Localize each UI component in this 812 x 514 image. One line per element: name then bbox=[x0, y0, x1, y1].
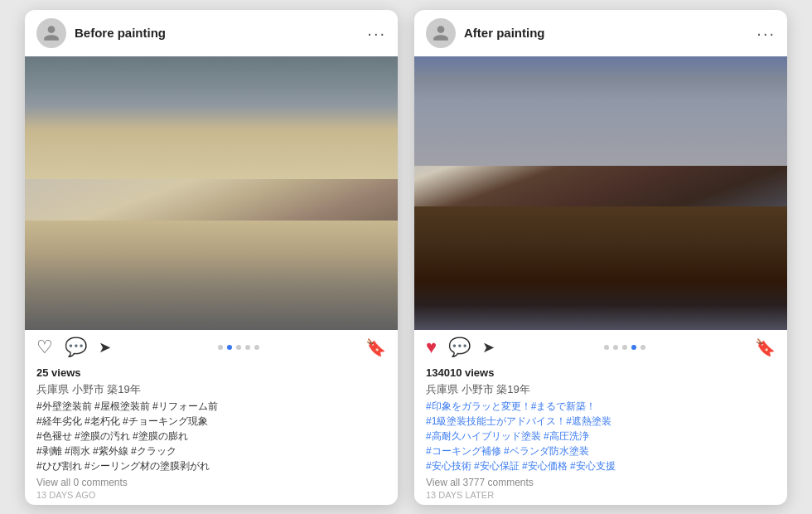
before-dot-3 bbox=[236, 345, 241, 350]
before-hashtags: #外壁塗装前 #屋根塗装前 #リフォーム前 #経年劣化 #老朽化 #チョーキング… bbox=[36, 399, 386, 473]
after-dot-2 bbox=[613, 345, 618, 350]
after-dot-4 bbox=[631, 345, 636, 350]
before-comment-icon[interactable]: 💬 bbox=[65, 337, 87, 358]
before-username: Before painting bbox=[75, 26, 166, 40]
after-post-image bbox=[414, 56, 787, 330]
before-header-left: Before painting bbox=[36, 18, 166, 48]
after-dots bbox=[506, 345, 743, 350]
before-dot-2 bbox=[227, 345, 232, 350]
after-time: 13 DAYS LATER bbox=[426, 490, 776, 500]
before-time: 13 DAYS AGO bbox=[36, 490, 386, 500]
before-more-button[interactable]: ··· bbox=[367, 25, 386, 41]
after-bookmark-icon[interactable]: 🔖 bbox=[755, 337, 776, 357]
before-actions: ♡ 💬 ➤ 🔖 bbox=[25, 330, 398, 365]
before-bookmark-icon[interactable]: 🔖 bbox=[365, 337, 386, 357]
before-location: 兵庫県 小野市 築19年 bbox=[36, 382, 386, 397]
after-comment-icon[interactable]: 💬 bbox=[448, 337, 471, 358]
after-comments-link[interactable]: View all 3777 comments bbox=[426, 477, 776, 488]
before-card-header: Before painting ··· bbox=[25, 10, 398, 56]
after-location: 兵庫県 小野市 築19年 bbox=[426, 382, 776, 397]
cards-container: Before painting ··· ♡ 💬 ➤ 🔖 25 views 兵庫県… bbox=[8, 0, 804, 514]
after-avatar bbox=[426, 18, 456, 48]
before-card: Before painting ··· ♡ 💬 ➤ 🔖 25 views 兵庫県… bbox=[25, 10, 398, 505]
before-house-image bbox=[25, 56, 398, 330]
before-dot-1 bbox=[218, 345, 223, 350]
after-username: After painting bbox=[464, 26, 545, 40]
after-more-button[interactable]: ··· bbox=[756, 25, 776, 41]
after-dot-3 bbox=[622, 345, 627, 350]
after-dot-1 bbox=[604, 345, 609, 350]
after-actions: ♥ 💬 ➤ 🔖 bbox=[414, 330, 787, 365]
before-meta: 25 views 兵庫県 小野市 築19年 #外壁塗装前 #屋根塗装前 #リフォ… bbox=[25, 365, 398, 505]
after-header-left: After painting bbox=[426, 18, 545, 48]
before-avatar bbox=[36, 18, 66, 48]
after-share-icon[interactable]: ➤ bbox=[482, 338, 495, 356]
after-dot-5 bbox=[640, 345, 645, 350]
before-dot-5 bbox=[254, 345, 259, 350]
after-meta: 134010 views 兵庫県 小野市 築19年 #印象をガラッと変更！#まる… bbox=[414, 365, 787, 505]
after-card: After painting ··· ♥ 💬 ➤ 🔖 134010 views … bbox=[414, 10, 787, 505]
after-house-image bbox=[414, 56, 787, 330]
before-comments-link[interactable]: View all 0 comments bbox=[36, 477, 386, 488]
after-hashtags: #印象をガラッと変更！#まるで新築！ #1級塗装技能士がアドバイス！#遮熱塗装 … bbox=[426, 399, 776, 473]
before-views: 25 views bbox=[36, 366, 386, 379]
before-dots bbox=[123, 345, 354, 350]
after-heart-icon[interactable]: ♥ bbox=[426, 337, 437, 358]
before-dot-4 bbox=[245, 345, 250, 350]
after-views: 134010 views bbox=[426, 366, 776, 379]
before-post-image bbox=[25, 56, 398, 330]
after-card-header: After painting ··· bbox=[414, 10, 787, 56]
before-heart-icon[interactable]: ♡ bbox=[36, 337, 53, 358]
before-share-icon[interactable]: ➤ bbox=[99, 338, 111, 356]
